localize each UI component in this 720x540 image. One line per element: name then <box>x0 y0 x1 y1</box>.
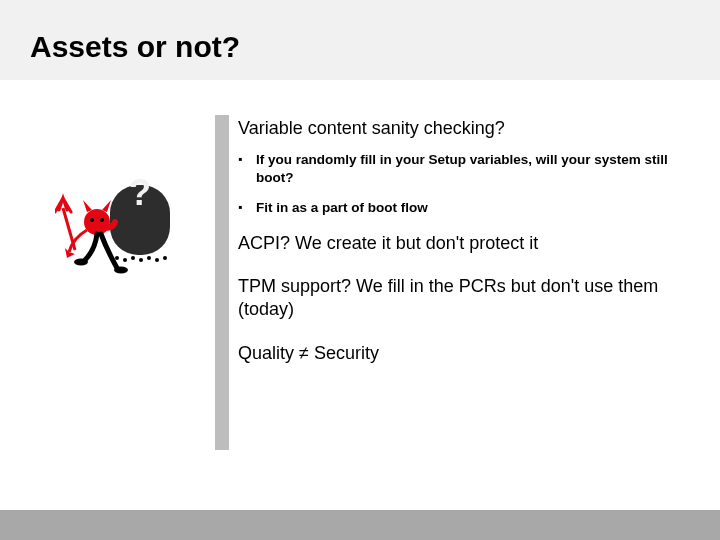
vertical-divider <box>215 115 229 450</box>
page-title: Assets or not? <box>30 30 240 64</box>
svg-point-6 <box>163 256 167 260</box>
svg-point-4 <box>147 256 151 260</box>
footer-band <box>0 510 720 540</box>
svg-point-8 <box>90 218 94 222</box>
question-mark-icon: ? <box>129 172 151 213</box>
svg-point-9 <box>100 218 104 222</box>
svg-point-2 <box>131 256 135 260</box>
bullet-item: Fit in as a part of boot flow <box>238 199 688 217</box>
paragraph-tpm: TPM support? We fill in the PCRs but don… <box>238 275 688 322</box>
bullet-item: If you randomly fill in your Setup varia… <box>238 151 688 187</box>
svg-point-0 <box>115 256 119 260</box>
content-area: Variable content sanity checking? If you… <box>238 118 688 385</box>
heading-variable-check: Variable content sanity checking? <box>238 118 688 139</box>
svg-point-1 <box>123 258 127 262</box>
svg-point-5 <box>155 258 159 262</box>
svg-point-7 <box>84 209 110 235</box>
devil-tombstone-illustration: ? <box>55 150 195 290</box>
bullet-list: If you randomly fill in your Setup varia… <box>238 151 688 218</box>
svg-point-3 <box>139 258 143 262</box>
svg-point-11 <box>114 267 128 274</box>
paragraph-quality: Quality ≠ Security <box>238 342 688 365</box>
svg-point-10 <box>74 259 88 266</box>
paragraph-acpi: ACPI? We create it but don't protect it <box>238 232 688 255</box>
